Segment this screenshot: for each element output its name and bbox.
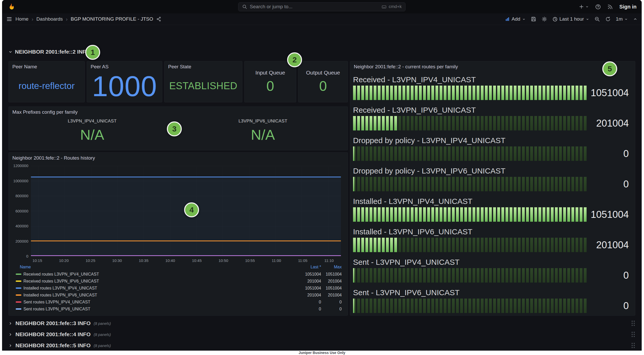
breadcrumb-current: BGP MONITORING PROFILE - JTSO [71, 16, 153, 22]
bar-gauge-fill [353, 177, 354, 191]
row-drag-handle[interactable] [631, 331, 635, 337]
legend-row[interactable]: Installed routes L3VPN_IPV4_UNICAST 1051… [15, 285, 342, 292]
chevron-down-icon [586, 18, 589, 21]
bar-chart-icon [505, 17, 510, 22]
clock-icon [552, 16, 558, 22]
breadcrumb-separator: › [32, 16, 33, 22]
panel-title[interactable]: Peer State [165, 61, 242, 70]
bar-gauge-row: Installed - L3VPN_IPV4_UNICAST 1051004 [353, 196, 629, 222]
panel-title[interactable]: Peer AS [87, 61, 162, 70]
bar-gauge-track [353, 177, 587, 191]
panel-title[interactable]: Peer Name [9, 61, 84, 70]
bar-gauge-track [353, 146, 587, 161]
row-drag-handle[interactable] [631, 342, 635, 349]
bar-gauge-list: Received - L3VPN_IPV4_UNICAST 1051004 Re… [350, 61, 635, 313]
row-header-neighbor-5[interactable]: NEIGHBOR 2001:fefe::5 INFO (8 panels) [8, 341, 635, 350]
annotation-badge-1: 1 [85, 45, 100, 60]
grafana-logo[interactable] [7, 3, 15, 11]
panel-output-queue: Output Queue 0 [298, 61, 348, 102]
bar-gauge-value: 1051004 [587, 87, 629, 98]
bar-gauge-row: Dropped by policy - L3VPN_IPV6_UNICAST 0 [353, 166, 629, 192]
panel-peer-as: Peer AS 1000 [87, 61, 162, 102]
search-input[interactable]: Search or jump to... cmd+k [238, 2, 406, 11]
panel-title[interactable]: Neighbor 2001:fefe::2 - current routes p… [350, 61, 461, 70]
menu-icon[interactable] [6, 16, 12, 22]
legend-row[interactable]: Received routes L3VPN_IPV4_UNICAST 10510… [15, 271, 342, 278]
legend-row[interactable]: Received routes L3VPN_IPV6_UNICAST 20100… [15, 278, 342, 285]
share-icon[interactable] [156, 16, 161, 22]
keyboard-icon [382, 4, 387, 9]
zoom-out-icon[interactable] [594, 16, 600, 22]
bar-gauge-track [353, 116, 587, 130]
save-icon[interactable] [531, 16, 536, 22]
bar-gauge-track [353, 299, 587, 313]
bar-gauge-track [353, 268, 587, 283]
stat-value: N/A [211, 126, 314, 143]
new-menu-button[interactable] [579, 4, 589, 10]
bar-gauge-value: 1051004 [587, 209, 629, 220]
bar-gauge-fill [353, 207, 587, 222]
sign-in-button[interactable]: Sign in [619, 4, 637, 10]
news-icon[interactable] [607, 4, 613, 10]
breadcrumb-dashboards[interactable]: Dashboards [36, 16, 63, 22]
bar-gauge-value: 0 [587, 270, 629, 281]
stat-label: Output Queue [306, 70, 340, 76]
legend-row[interactable]: Sent routes L3VPN_IPV4_UNICAST 0 0 [15, 299, 342, 306]
chevron-right-icon [8, 321, 12, 325]
chevron-down-icon [624, 18, 628, 21]
bar-gauge-value: 0 [587, 179, 629, 190]
stat-value: 1000 [87, 70, 162, 103]
legend-sort-last[interactable]: Last * [290, 265, 321, 269]
bar-gauge-fill [353, 299, 354, 313]
bar-gauge-track [353, 238, 587, 252]
panel-peer-state: Peer State ESTABLISHED [164, 61, 242, 102]
row-drag-handle[interactable] [631, 320, 635, 326]
refresh-interval-picker[interactable]: 1m [616, 16, 628, 22]
series-color-marker [16, 287, 21, 289]
legend-sort-name[interactable]: Name [15, 265, 290, 269]
bar-gauge-value: 201004 [587, 240, 629, 251]
legend-row[interactable]: Sent routes L3VPN_IPV6_UNICAST 0 0 [15, 306, 342, 312]
chevron-down-icon [585, 5, 589, 9]
settings-icon[interactable] [542, 16, 547, 22]
top-navigation-bar: Search or jump to... cmd+k [2, 0, 642, 13]
bar-gauge-row: Sent - L3VPN_IPV6_UNICAST 0 [353, 288, 629, 313]
bar-gauge-fill [353, 86, 587, 100]
bar-gauge-fill [353, 268, 354, 283]
dashboard-canvas: NEIGHBOR 2001:fefe::2 INFO Peer Name rou… [2, 25, 642, 351]
browser-page: Search or jump to... cmd+k [0, 0, 644, 355]
x-axis-labels: 10:1510:20 10:2510:30 10:3510:40 10:4510… [31, 258, 341, 263]
bar-gauge-value: 201004 [587, 118, 629, 129]
bar-gauge-row: Installed - L3VPN_IPV6_UNICAST 201004 [353, 227, 629, 253]
refresh-icon[interactable] [605, 16, 611, 22]
row-header-neighbor-4[interactable]: NEIGHBOR 2001:fefe::4 INFO (8 panels) [8, 329, 635, 339]
legend-row[interactable]: Rejected by Policy routes L3VPN_IPV4_UNI… [15, 312, 342, 314]
bar-gauge-fill [353, 116, 398, 130]
panel-routes-history: Neighbor 2001:fefe::2 - Routes history 1… [8, 152, 348, 316]
max-prefix-stat-ipv4: L3VPN_IPV4_UNICAST N/A [41, 119, 144, 143]
bar-gauge-fill [353, 238, 398, 252]
max-prefix-stat-ipv6: L3VPN_IPV6_UNICAST N/A [211, 119, 314, 143]
bar-gauge-row: Received - L3VPN_IPV4_UNICAST 1051004 [353, 75, 629, 101]
chevron-down-icon [8, 50, 12, 54]
panel-title[interactable]: Neighbor 2001:fefe::2 - Routes history [9, 153, 348, 161]
stat-label: L3VPN_IPV4_UNICAST [41, 119, 144, 124]
legend-sort-max[interactable]: Max [321, 265, 342, 269]
panel-input-queue: Input Queue 0 [244, 61, 296, 102]
stat-value: route-reflector [9, 70, 84, 102]
series-color-marker [16, 274, 21, 275]
bar-gauge-fill [353, 146, 354, 161]
legend-header: Name Last * Max [15, 263, 342, 271]
series-color-marker [16, 280, 21, 282]
bar-gauge-row: Sent - L3VPN_IPV4_UNICAST 0 [353, 257, 629, 283]
breadcrumb-home[interactable]: Home [15, 16, 29, 22]
collapse-toolbar-icon[interactable] [633, 17, 638, 21]
legend-row[interactable]: Installed routes L3VPN_IPV6_UNICAST 2010… [15, 292, 342, 299]
row-header-neighbor-3[interactable]: NEIGHBOR 2001:fefe::3 INFO (8 panels) [8, 318, 635, 328]
help-icon[interactable] [595, 4, 601, 10]
bar-gauge-value: 0 [587, 300, 629, 311]
add-panel-button[interactable]: Add [505, 16, 526, 22]
row-header-neighbor-2[interactable]: NEIGHBOR 2001:fefe::2 INFO [8, 49, 90, 55]
panel-title[interactable]: Max Prefixes config per family [9, 107, 348, 115]
time-range-picker[interactable]: Last 1 hour [552, 16, 589, 22]
